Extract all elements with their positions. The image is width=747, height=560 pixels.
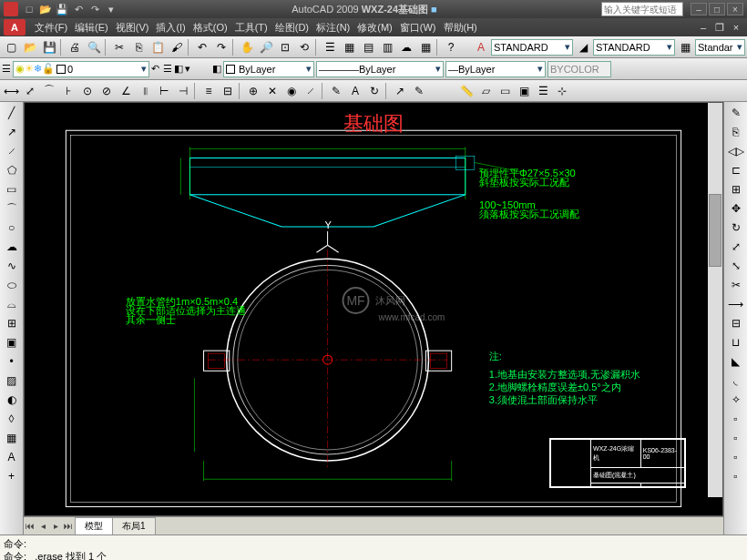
layer-iso-icon[interactable]: ◧	[174, 63, 183, 75]
hatch-icon[interactable]: ▨	[2, 372, 22, 390]
id-icon[interactable]: ⊹	[553, 82, 571, 100]
layer-props-icon[interactable]: ☰	[2, 63, 11, 75]
save-icon[interactable]: 💾	[55, 2, 69, 16]
dim-break-icon[interactable]: ⊟	[219, 82, 237, 100]
point-icon[interactable]: •	[2, 352, 22, 371]
copy-obj-icon[interactable]: ⎘	[726, 123, 746, 141]
dim-base-icon[interactable]: ⊢	[155, 82, 173, 100]
ellipse-icon[interactable]: ⬭	[2, 276, 22, 294]
dist-icon[interactable]: 📏	[457, 82, 476, 100]
doc-restore-button[interactable]: ❐	[712, 21, 727, 34]
plot-icon[interactable]: 🖨	[66, 38, 84, 56]
cut-icon[interactable]: ✂	[110, 38, 128, 56]
color-dropdown[interactable]: ByLayer▾	[223, 61, 314, 77]
region-icon[interactable]: ▭	[496, 82, 514, 100]
doc-close-button[interactable]: ×	[729, 21, 743, 34]
sheetset-icon[interactable]: ▥	[378, 38, 396, 56]
insert-icon[interactable]: ⊞	[2, 314, 22, 332]
menu-help[interactable]: 帮助(H)	[440, 21, 481, 35]
arc-icon[interactable]: ⌒	[2, 199, 22, 218]
textstyle-dropdown[interactable]: STANDARD▾	[491, 39, 573, 56]
doc-minimize-button[interactable]: –	[696, 21, 711, 34]
tablestyle-icon[interactable]: ▦	[676, 38, 694, 56]
m2-icon[interactable]: ▫	[726, 429, 746, 447]
match-icon[interactable]: 🖌	[168, 38, 186, 56]
update-icon[interactable]: ↻	[365, 82, 384, 100]
mirror-icon[interactable]: ◁▷	[726, 142, 746, 160]
offset-icon[interactable]: ⊏	[726, 161, 746, 179]
table-icon[interactable]: ▦	[2, 429, 22, 447]
lineweight-dropdown[interactable]: — ByLayer▾	[445, 61, 546, 77]
circle-icon[interactable]: ○	[2, 219, 22, 237]
dimedit-icon[interactable]: ✎	[327, 82, 345, 100]
close-button[interactable]: ×	[727, 3, 743, 15]
markup-icon[interactable]: ☁	[397, 38, 415, 56]
scale-icon[interactable]: ⤢	[726, 238, 746, 256]
copy-icon[interactable]: ⎘	[129, 38, 148, 56]
menu-edit[interactable]: 编辑(E)	[71, 21, 112, 35]
paste-icon[interactable]: 📋	[148, 38, 167, 56]
undo-icon[interactable]: ↶	[193, 38, 211, 56]
dim-quick-icon[interactable]: ⫴	[136, 82, 154, 100]
line-icon[interactable]: ╱	[2, 104, 22, 122]
zoom-window-icon[interactable]: ⊡	[276, 38, 294, 56]
help-search-input[interactable]	[601, 2, 683, 16]
tab-layout1[interactable]: 布局1	[112, 517, 156, 535]
addsel-icon[interactable]: +	[2, 467, 22, 485]
qnew-icon[interactable]: ▢	[2, 38, 20, 56]
dim-dia-icon[interactable]: ⊘	[97, 82, 116, 100]
tab-last-icon[interactable]: ⏭	[62, 519, 75, 534]
menu-insert[interactable]: 插入(I)	[152, 21, 189, 35]
xline-icon[interactable]: ↗	[2, 123, 22, 141]
inspect-icon[interactable]: ◉	[282, 82, 301, 100]
rotate-icon[interactable]: ↻	[726, 219, 746, 237]
menu-modify[interactable]: 修改(M)	[353, 21, 396, 35]
mleader-icon[interactable]: ↗	[391, 82, 409, 100]
tab-next-icon[interactable]: ▸	[49, 519, 62, 534]
dcenter-icon[interactable]: ▦	[340, 38, 358, 56]
trim-icon[interactable]: ✂	[726, 276, 746, 294]
m4-icon[interactable]: ▫	[726, 467, 746, 485]
tab-prev-icon[interactable]: ◂	[36, 519, 49, 534]
extend-icon[interactable]: ⟶	[726, 295, 746, 313]
menu-window[interactable]: 窗口(W)	[396, 21, 440, 35]
command-line[interactable]: 命令: 命令: _.erase 找到 1 个 命令:	[0, 535, 747, 560]
explode-icon[interactable]: ✧	[726, 391, 746, 409]
tab-model[interactable]: 模型	[75, 517, 113, 535]
rect-icon[interactable]: ▭	[2, 180, 22, 199]
dimtedit-icon[interactable]: A	[346, 82, 364, 100]
m1-icon[interactable]: ▫	[726, 410, 746, 428]
help-icon[interactable]: ?	[442, 38, 460, 56]
array-icon[interactable]: ⊞	[726, 180, 746, 199]
dim-ord-icon[interactable]: ⊦	[59, 82, 77, 100]
dim-ang-icon[interactable]: ∠	[117, 82, 135, 100]
drawing-canvas[interactable]: Y 预埋性平Φ27×5.5×30 斜垫板按实际工况配 100~150mm 须落板…	[24, 102, 723, 516]
layer-tools-icon[interactable]: ▾	[185, 63, 190, 75]
ellipsearc-icon[interactable]: ⌓	[2, 295, 22, 313]
dimstyle-icon[interactable]: ◢	[574, 38, 592, 56]
redo-icon[interactable]: ↷	[87, 2, 102, 16]
pan-icon[interactable]: ✋	[238, 38, 256, 56]
tab-first-icon[interactable]: ⏮	[24, 519, 36, 534]
menu-view[interactable]: 视图(V)	[112, 21, 153, 35]
spline-icon[interactable]: ∿	[2, 257, 22, 275]
layer-dropdown[interactable]: ◉☀❄🔓0▾	[13, 61, 149, 77]
stretch-icon[interactable]: ⤡	[726, 257, 746, 275]
vscroll[interactable]	[708, 103, 722, 497]
save-icon[interactable]: 💾	[40, 38, 58, 56]
maximize-button[interactable]: □	[709, 3, 725, 15]
menu-format[interactable]: 格式(O)	[189, 21, 231, 35]
fillet-icon[interactable]: ◟	[726, 372, 746, 390]
polygon-icon[interactable]: ⬠	[2, 161, 22, 179]
dimstyle-dropdown[interactable]: STANDARD▾	[593, 39, 675, 56]
minimize-button[interactable]: –	[691, 3, 707, 15]
preview-icon[interactable]: 🔍	[85, 38, 103, 56]
layer-prev-icon[interactable]: ↶	[151, 63, 159, 75]
dim-aligned-icon[interactable]: ⤢	[21, 82, 39, 100]
textstyle-icon[interactable]: A	[472, 38, 490, 56]
menu-draw[interactable]: 绘图(D)	[271, 21, 312, 35]
calc-icon[interactable]: ▦	[416, 38, 435, 56]
region2-icon[interactable]: ◊	[2, 410, 22, 428]
erase-icon[interactable]: ✎	[726, 104, 746, 122]
tolerance-icon[interactable]: ⊕	[244, 82, 262, 100]
